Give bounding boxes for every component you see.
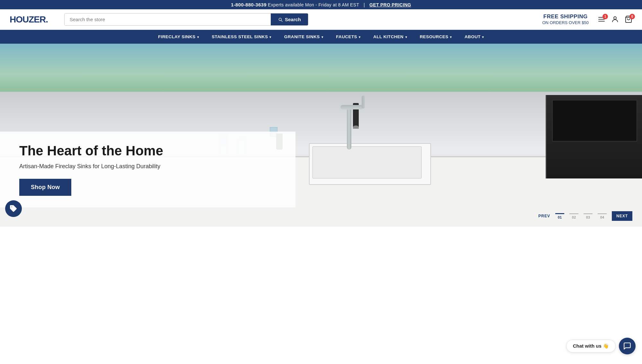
hero-content-overlay: The Heart of the Home Artisan-Made Firec…: [0, 132, 295, 207]
chevron-down-icon: ▾: [269, 35, 271, 39]
phone-number[interactable]: 1-800-880-3639: [231, 2, 267, 7]
cart-button[interactable]: 0: [625, 15, 632, 23]
slide-dot-3[interactable]: 03: [584, 213, 593, 219]
logo-text: HOUZER.: [10, 14, 48, 24]
slide-dot-4[interactable]: 04: [598, 213, 607, 219]
hero-title: The Heart of the Home: [19, 143, 283, 159]
chevron-down-icon: ▾: [450, 35, 452, 39]
free-shipping-promo: FREE SHIPPING ON ORDERS OVER $50: [542, 13, 589, 26]
topbar-separator: |: [364, 2, 365, 7]
chevron-down-icon: ▾: [321, 35, 323, 39]
price-tag-icon: [9, 204, 18, 213]
slide-controls: PREV 01 02 03 04 NEXT: [538, 211, 632, 221]
nav-item-all-kitchen[interactable]: ALL KITCHEN ▾: [367, 30, 413, 44]
header: HOUZER. Search FREE SHIPPING ON ORDERS O…: [0, 9, 642, 30]
topbar-message: Experts available Mon - Friday at 8 AM E…: [268, 2, 359, 7]
next-slide-button[interactable]: NEXT: [612, 211, 632, 221]
nav-item-fireclay-sinks[interactable]: FIRECLAY SINKS ▾: [152, 30, 205, 44]
slide-dot-1[interactable]: 01: [555, 213, 564, 219]
nav-item-stainless-steel-sinks[interactable]: STAINLESS STEEL SINKS ▾: [205, 30, 278, 44]
logo[interactable]: HOUZER.: [10, 14, 58, 25]
header-icons: 1 0: [598, 15, 632, 23]
search-button-label: Search: [285, 17, 301, 22]
compare-button[interactable]: 1: [598, 15, 605, 23]
free-shipping-title: FREE SHIPPING: [542, 13, 589, 20]
chevron-down-icon: ▾: [359, 35, 360, 39]
search-button[interactable]: Search: [271, 13, 308, 25]
topbar-promo[interactable]: GET PRO PRICING: [369, 2, 411, 7]
chevron-down-icon: ▾: [405, 35, 407, 39]
chevron-down-icon: ▾: [482, 35, 484, 39]
nav-item-about[interactable]: ABOUT ▾: [458, 30, 490, 44]
search-input[interactable]: [65, 13, 271, 25]
slide-indicators: 01 02 03 04: [555, 213, 607, 219]
price-tag-button[interactable]: [5, 200, 22, 217]
nav-item-faucets[interactable]: FAUCETS ▾: [330, 30, 367, 44]
compare-badge: 1: [602, 14, 608, 19]
shop-now-button[interactable]: Shop Now: [19, 179, 71, 196]
svg-point-0: [614, 17, 616, 19]
chevron-down-icon: ▾: [197, 35, 199, 39]
account-icon: [611, 15, 619, 23]
cart-badge: 0: [629, 14, 635, 19]
top-bar: 1-800-880-3639 Experts available Mon - F…: [0, 0, 642, 9]
search-form: Search: [64, 13, 308, 26]
account-button[interactable]: [611, 15, 619, 23]
slide-dot-2[interactable]: 02: [569, 213, 578, 219]
search-icon: [278, 17, 283, 22]
header-right: FREE SHIPPING ON ORDERS OVER $50 1: [542, 13, 633, 26]
hero-section: The Heart of the Home Artisan-Made Firec…: [0, 44, 642, 227]
main-navigation: FIRECLAY SINKS ▾ STAINLESS STEEL SINKS ▾…: [0, 30, 642, 44]
nav-item-resources[interactable]: RESOURCES ▾: [413, 30, 458, 44]
nav-item-granite-sinks[interactable]: GRANITE SINKS ▾: [278, 30, 330, 44]
prev-slide-button[interactable]: PREV: [538, 214, 550, 218]
free-shipping-subtitle: ON ORDERS OVER $50: [542, 20, 589, 26]
hero-subtitle: Artisan-Made Fireclay Sinks for Long-Las…: [19, 162, 283, 170]
